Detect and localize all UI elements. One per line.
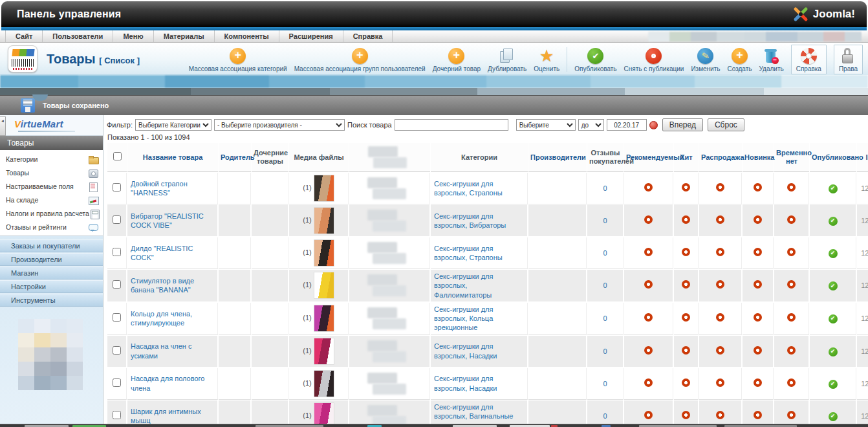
product-name-link[interactable]: Насадка для полового члена (131, 375, 204, 391)
status-off-icon[interactable] (716, 378, 724, 387)
menubar-item[interactable]: Материалы (154, 30, 215, 42)
toolbar-help-button[interactable]: Справка (791, 45, 827, 74)
status-off-icon[interactable] (644, 183, 653, 192)
row-checkbox[interactable] (113, 248, 121, 256)
status-off-icon[interactable] (716, 313, 724, 322)
status-off-icon[interactable] (787, 280, 796, 289)
date-input[interactable] (607, 119, 647, 131)
reviews-count[interactable]: 0 (603, 249, 607, 257)
sidebar-item[interactable]: Настраиваемые поля (0, 179, 103, 193)
status-off-icon[interactable] (716, 215, 724, 224)
product-thumbnail[interactable] (314, 338, 334, 365)
forward-button[interactable]: Вперед (662, 118, 703, 131)
toolbar-lock-button[interactable]: Права (834, 45, 863, 74)
toolbar-edit-button[interactable]: ✎Изменить (691, 47, 720, 72)
row-checkbox[interactable] (113, 313, 121, 322)
category-links[interactable]: Секс-игрушки для взрослых, Фаллоимитатор… (434, 272, 493, 299)
status-off-icon[interactable] (754, 346, 762, 355)
status-off-icon[interactable] (682, 183, 690, 192)
column-header[interactable]: Опубликовано (810, 143, 856, 172)
category-filter-select[interactable]: Выберите Категории (135, 119, 212, 131)
status-off-icon[interactable] (787, 215, 796, 224)
column-header[interactable]: Родитель (219, 143, 251, 172)
product-thumbnail[interactable] (314, 305, 334, 332)
toolbar-publish-button[interactable]: ✔Опубликовать (574, 47, 616, 72)
reviews-count[interactable]: 0 (603, 380, 607, 388)
sidebar-section[interactable]: Инструменты (0, 294, 103, 307)
toolbar-delete-button[interactable]: –Удалить (759, 47, 784, 72)
status-off-icon[interactable] (754, 411, 762, 419)
status-off-icon[interactable] (682, 346, 690, 355)
column-header[interactable]: Рекомендуемый (624, 143, 673, 172)
category-links[interactable]: Секс-игрушки для взрослых, Страпоны (434, 180, 503, 197)
reviews-count[interactable]: 0 (603, 184, 607, 192)
row-checkbox[interactable] (113, 346, 121, 355)
category-links[interactable]: Секс-игрушки для взрослых, Вибраторы (434, 212, 506, 229)
status-off-icon[interactable] (682, 280, 690, 289)
category-links[interactable]: Секс-игрушки для взрослых, Кольца эрекци… (434, 305, 493, 332)
status-off-icon[interactable] (787, 346, 796, 355)
status-off-icon[interactable] (644, 346, 653, 355)
status-off-icon[interactable] (754, 215, 762, 224)
status-off-icon[interactable] (682, 313, 690, 322)
date-type-select[interactable]: Выберите (516, 119, 576, 131)
sidebar-section[interactable]: Производители (0, 253, 103, 266)
product-thumbnail[interactable] (314, 207, 334, 234)
toolbar-new-button[interactable]: +Создать (727, 47, 752, 72)
status-off-icon[interactable] (716, 411, 724, 419)
status-off-icon[interactable] (754, 280, 762, 289)
product-thumbnail[interactable] (314, 239, 334, 267)
toolbar-unpublish-button[interactable]: Снять с публикации (624, 47, 684, 72)
menubar-item[interactable]: Справка (343, 30, 393, 42)
row-checkbox[interactable] (113, 378, 121, 387)
date-until-select[interactable]: до (578, 119, 604, 131)
toolbar-plus-circle-button[interactable]: +Дочерний товар (433, 47, 481, 72)
published-icon[interactable]: ✔ (829, 314, 838, 323)
published-icon[interactable]: ✔ (829, 184, 838, 193)
product-name-link[interactable]: Дилдо "REALISTIC COCK" (131, 245, 193, 261)
status-off-icon[interactable] (644, 313, 653, 322)
product-name-link[interactable]: Шарик для интимных мышц (131, 408, 201, 424)
row-checkbox[interactable] (113, 183, 121, 192)
column-header[interactable]: Распродажа (699, 143, 742, 172)
sidebar-item[interactable]: На складе (0, 193, 103, 206)
published-icon[interactable]: ✔ (829, 380, 838, 389)
toolbar-star-button[interactable]: ★Оценить (534, 47, 559, 72)
status-off-icon[interactable] (644, 280, 653, 289)
clear-date-icon[interactable] (649, 121, 658, 129)
status-off-icon[interactable] (716, 346, 724, 355)
reviews-count[interactable]: 0 (603, 314, 607, 322)
menubar-item[interactable]: Расширения (279, 30, 343, 42)
category-links[interactable]: Секс-игрушки для взрослых, Страпоны (434, 245, 503, 261)
published-icon[interactable]: ✔ (829, 412, 838, 421)
sidebar-section[interactable]: Магазин (0, 267, 103, 279)
search-input[interactable] (395, 119, 508, 131)
sidebar-item[interactable]: Налоги и правила расчета (0, 206, 103, 220)
select-all-checkbox[interactable] (113, 152, 122, 160)
product-thumbnail[interactable] (314, 370, 334, 397)
toolbar-copy-button[interactable]: Дублировать (488, 47, 526, 72)
published-icon[interactable]: ✔ (829, 217, 838, 226)
product-thumbnail[interactable] (314, 175, 334, 202)
status-off-icon[interactable] (682, 215, 690, 224)
status-off-icon[interactable] (754, 248, 762, 256)
reviews-count[interactable]: 0 (603, 281, 607, 289)
status-off-icon[interactable] (754, 378, 762, 387)
product-name-link[interactable]: Кольцо для члена, стимулирующее (131, 310, 192, 327)
manufacturer-filter-select[interactable]: - Выберите производителя - (214, 119, 345, 131)
reviews-count[interactable]: 0 (603, 347, 607, 355)
category-links[interactable]: Секс-игрушки для взрослых, Вагинальные ш… (434, 403, 514, 424)
reviews-count[interactable]: 0 (603, 217, 607, 224)
reviews-count[interactable]: 0 (603, 412, 607, 420)
sidebar-item[interactable]: Категории (0, 152, 103, 166)
status-off-icon[interactable] (716, 280, 724, 289)
product-name-link[interactable]: Стимулятор в виде банана "BANANA" (131, 277, 194, 294)
status-off-icon[interactable] (682, 411, 690, 419)
category-links[interactable]: Секс-игрушки для взрослых, Насадки (434, 375, 497, 391)
status-off-icon[interactable] (787, 411, 796, 419)
row-checkbox[interactable] (113, 215, 121, 224)
status-off-icon[interactable] (644, 248, 653, 256)
menubar-item[interactable]: Меню (113, 30, 153, 42)
column-header[interactable]: Новинка (743, 143, 774, 172)
status-off-icon[interactable] (644, 215, 653, 224)
